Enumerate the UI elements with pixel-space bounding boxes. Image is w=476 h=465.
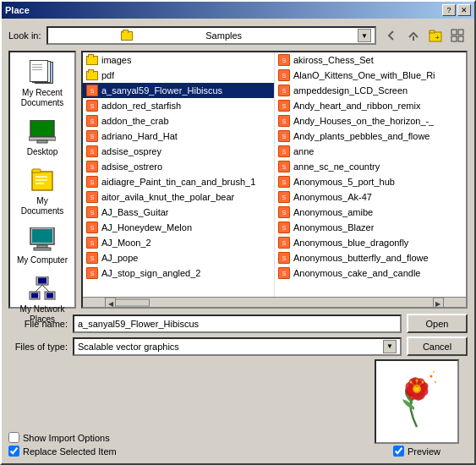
file-item-name: adriano_Hard_Hat — [101, 131, 178, 141]
svg-rect-9 — [29, 137, 56, 140]
file-item-name: Andy_heart_and_ribbon_remix — [293, 101, 420, 111]
look-in-dropdown-arrow[interactable]: ▼ — [358, 29, 371, 42]
file-item[interactable]: Sa_sanyal59_Flower_Hibiscus — [83, 83, 274, 98]
file-item[interactable]: Saddon_the_crab — [83, 113, 274, 129]
new-folder-button[interactable]: + — [425, 25, 446, 46]
sidebar-item-mydocs[interactable]: My Documents — [12, 164, 73, 220]
file-columns: imagespdfSa_sanyal59_Flower_HibiscusSadd… — [83, 52, 466, 297]
desktop-icon — [29, 118, 56, 145]
file-item[interactable]: Sampeddesign_LCD_Screen — [275, 83, 466, 98]
replace-selected-label: Replace Selected Item — [23, 446, 117, 457]
folder-icon — [52, 30, 204, 41]
file-item[interactable]: SAJ_Bass_Guitar — [83, 205, 274, 220]
svg-rect-14 — [36, 179, 47, 181]
file-item[interactable]: Sakiross_Chess_Set — [275, 52, 466, 68]
svg-point-47 — [435, 381, 436, 383]
file-item[interactable]: images — [83, 52, 274, 68]
up-button[interactable] — [403, 25, 424, 46]
svg-file-icon: S — [85, 115, 99, 127]
view-button[interactable] — [447, 25, 468, 46]
files-of-type-row: Files of type: Scalable vector graphics … — [8, 336, 468, 356]
file-item[interactable]: SAnonymous_5_port_hub — [275, 174, 466, 189]
file-item[interactable]: Sadriano_Hard_Hat — [83, 129, 274, 144]
svg-file-icon: S — [85, 222, 99, 233]
svg-text:▶: ▶ — [435, 300, 441, 308]
file-item[interactable]: SAnonymous_Blazer — [275, 220, 466, 235]
file-item[interactable]: Saitor_avila_knut_the_polar_bear — [83, 189, 274, 205]
svg-rect-30 — [116, 299, 150, 306]
file-item[interactable]: SAJ_Moon_2 — [83, 235, 274, 250]
file-item-name: Anonymous_Blazer — [293, 222, 374, 232]
folder-icon — [85, 69, 99, 81]
files-of-type-arrow[interactable]: ▼ — [383, 340, 397, 353]
file-item[interactable]: SAJ_stop_sign_angled_2 — [83, 265, 274, 281]
file-item[interactable]: Sadsise_osprey — [83, 144, 274, 159]
file-item-name: a_sanyal59_Flower_Hibiscus — [101, 85, 222, 96]
replace-selected-checkbox[interactable] — [8, 446, 19, 457]
horizontal-scrollbar[interactable]: ◀ ▶ — [83, 297, 466, 307]
file-item-name: anne — [293, 146, 314, 156]
file-item[interactable]: Saidiagre_Paint_tin_can_and_brush_1 — [83, 174, 274, 189]
svg-rect-2 — [429, 30, 435, 33]
title-bar-buttons: ? ✕ — [442, 4, 471, 16]
svg-file-icon: S — [277, 54, 291, 66]
svg-file-icon: S — [85, 191, 99, 203]
close-button[interactable]: ✕ — [457, 4, 471, 16]
look-in-label: Look in: — [8, 30, 41, 41]
cancel-button[interactable]: Cancel — [407, 336, 468, 356]
back-button[interactable] — [381, 25, 402, 46]
open-button[interactable]: Open — [407, 314, 468, 333]
window-title: Place — [5, 5, 30, 15]
bottom-form: File name: Open Files of type: Scalable … — [8, 314, 468, 356]
file-item-name: ampeddesign_LCD_Screen — [293, 85, 408, 96]
svg-file-icon: S — [85, 100, 99, 112]
file-item[interactable]: SAnonymous_blue_dragonfly — [275, 235, 466, 250]
svg-rect-10 — [37, 140, 47, 143]
svg-rect-12 — [32, 169, 41, 172]
file-item[interactable]: SAJ_pope — [83, 250, 274, 265]
sidebar-item-mycomputer[interactable]: My Computer — [12, 223, 73, 269]
file-item[interactable]: Sadsise_ostrero — [83, 159, 274, 174]
look-in-combo[interactable]: Samples ▼ — [47, 26, 376, 45]
show-import-row: Show Import Options — [8, 432, 375, 443]
file-item[interactable]: Sanne — [275, 144, 466, 159]
sidebar-recent-label: My Recent Documents — [15, 88, 69, 108]
show-import-label: Show Import Options — [23, 433, 110, 443]
sidebar-item-desktop[interactable]: Desktop — [12, 115, 73, 161]
file-item-name: Anonymous_Ak-47 — [293, 192, 372, 202]
file-item[interactable]: SAlanO_Kittens_One_with_Blue_Ri — [275, 68, 466, 83]
file-item[interactable]: SAnonymous_amibe — [275, 205, 466, 220]
file-item[interactable]: Saddon_red_starfish — [83, 98, 274, 113]
file-item-name: adsise_osprey — [101, 146, 161, 156]
file-item[interactable]: Sanne_sc_ne_country — [275, 159, 466, 174]
svg-point-41 — [416, 380, 419, 382]
files-of-type-combo[interactable]: Scalable vector graphics ▼ — [73, 337, 402, 356]
svg-file-icon: S — [85, 130, 99, 142]
file-item-name: AJ_Bass_Guitar — [101, 207, 168, 217]
sidebar-item-recent[interactable]: My Recent Documents — [12, 56, 73, 112]
svg-file-icon: S — [85, 85, 99, 96]
file-item[interactable]: pdf — [83, 68, 274, 83]
file-name-input[interactable] — [73, 315, 402, 333]
preview-checkbox[interactable] — [393, 446, 404, 457]
checkboxes-area: Show Import Options Replace Selected Ite… — [8, 432, 375, 457]
file-item[interactable]: SAJ_Honeydew_Melon — [83, 220, 274, 235]
help-button[interactable]: ? — [442, 4, 456, 16]
file-item[interactable]: SAnonymous_butterfly_and_flowe — [275, 250, 466, 265]
current-folder: Samples — [205, 30, 358, 41]
file-item[interactable]: SAnonymous_cake_and_candle — [275, 265, 466, 281]
svg-rect-21 — [38, 278, 47, 284]
file-item[interactable]: SAnonymous_Ak-47 — [275, 189, 466, 205]
preview-section: Preview — [375, 359, 468, 457]
sidebar-desktop-label: Desktop — [27, 147, 58, 157]
file-item[interactable]: SAndy_plants_pebbles_and_flowe — [275, 129, 466, 144]
show-import-checkbox[interactable] — [8, 432, 19, 443]
svg-rect-17 — [32, 229, 52, 243]
svg-rect-15 — [36, 183, 44, 184]
file-item[interactable]: SAndy_heart_and_ribbon_remix — [275, 98, 466, 113]
sidebar-mycomputer-label: My Computer — [17, 255, 68, 265]
file-item-name: anne_sc_ne_country — [293, 161, 380, 172]
files-of-type-label: Files of type: — [8, 342, 68, 352]
sidebar-mydocs-label: My Documents — [15, 196, 69, 216]
file-item[interactable]: SAndy_Houses_on_the_horizon_-_ — [275, 113, 466, 129]
